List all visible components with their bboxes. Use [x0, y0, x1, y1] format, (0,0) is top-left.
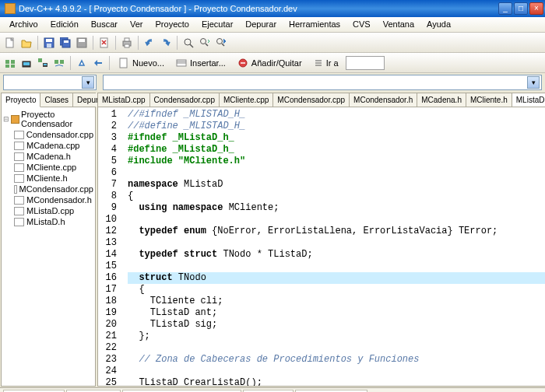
menu-edición[interactable]: Edición	[44, 17, 85, 32]
file-icon	[14, 185, 17, 194]
minimize-button[interactable]: _	[498, 2, 512, 15]
collapse-icon[interactable]: ⊟	[3, 115, 9, 123]
titlebar: Dev-C++ 4.9.9.2 - [ Proyecto Condensador…	[0, 0, 545, 17]
close-file-icon[interactable]	[97, 36, 111, 50]
tree-file[interactable]: MListaD.cpp	[14, 205, 93, 216]
project-root[interactable]: ⊟ Proyecto Condensador	[3, 109, 93, 129]
code-content[interactable]: //#ifndef _MLISTAD_H_//#define _MLISTAD_…	[125, 107, 545, 386]
svg-rect-11	[125, 38, 129, 41]
project-icon	[11, 115, 19, 124]
menu-ejecutar[interactable]: Ejecutar	[195, 17, 239, 32]
tree-file[interactable]: MCliente.cpp	[14, 162, 93, 173]
undo-icon[interactable]	[142, 36, 156, 50]
svg-line-16	[206, 44, 208, 46]
code-editor[interactable]: 1234567891012131415161718192021222324252…	[98, 107, 545, 386]
rebuild-icon[interactable]	[52, 56, 66, 70]
tree-file[interactable]: MCadena.cpp	[14, 140, 93, 151]
editor-tab[interactable]: MCliente.cpp	[220, 93, 273, 107]
add-remove-button[interactable]: Añadir/Quitar	[233, 55, 307, 71]
window-buttons: _ □ ×	[498, 2, 543, 15]
save-all-icon[interactable]	[58, 36, 72, 50]
menu-depurar[interactable]: Depurar	[239, 17, 283, 32]
find-next-icon[interactable]	[214, 36, 228, 50]
svg-rect-29	[60, 60, 64, 64]
tree-file[interactable]: MCliente.h	[14, 173, 93, 184]
menu-cvs[interactable]: CVS	[346, 17, 377, 32]
svg-rect-21	[5, 65, 9, 68]
svg-rect-2	[46, 39, 52, 42]
side-tab-proyecto[interactable]: Proyecto	[2, 93, 40, 107]
menu-herramientas[interactable]: Herramientas	[283, 17, 346, 32]
svg-rect-6	[64, 40, 69, 43]
toolbar-build: Nuevo... Insertar... Añadir/Quitar Ir a	[0, 53, 545, 73]
svg-point-17	[217, 38, 223, 44]
member-combo[interactable]: ▾	[103, 75, 542, 90]
menu-ventana[interactable]: Ventana	[377, 17, 420, 32]
file-icon	[14, 163, 24, 172]
add-remove-label: Añadir/Quitar	[251, 58, 302, 68]
find-icon[interactable]	[181, 36, 195, 50]
dropdown-icon[interactable]: ▾	[82, 76, 94, 89]
svg-rect-25	[38, 58, 42, 62]
compile-run-icon[interactable]	[36, 56, 50, 70]
project-tree: ⊟ Proyecto Condensador Condensador.cppMC…	[2, 107, 95, 386]
new-label: Nuevo...	[132, 58, 164, 68]
svg-rect-27	[44, 64, 47, 65]
tree-file[interactable]: MListaD.h	[14, 216, 93, 227]
side-tabs: ProyectoClasesDepurar	[2, 93, 95, 107]
bottom-panel: CompiladorRecursosResultado de la compil…	[0, 387, 545, 392]
save-icon[interactable]	[42, 36, 56, 50]
svg-rect-8	[79, 39, 85, 42]
goto-button[interactable]: Ir a	[309, 55, 343, 71]
goto-input[interactable]	[346, 56, 385, 70]
menu-ayuda[interactable]: Ayuda	[420, 17, 457, 32]
svg-rect-24	[23, 62, 30, 65]
tree-file-label: MListaD.cpp	[26, 206, 74, 215]
svg-rect-20	[11, 60, 15, 64]
compile-icon[interactable]	[3, 56, 17, 70]
toolbar-main	[0, 33, 545, 53]
editor-tab[interactable]: Condensador.cpp	[150, 93, 220, 107]
svg-rect-28	[54, 60, 58, 64]
bookmark-icon[interactable]	[91, 56, 105, 70]
editor-tab[interactable]: MCadena.h	[417, 93, 466, 107]
gutter: 1234567891012131415161718192021222324252…	[98, 107, 125, 386]
menu-archivo[interactable]: Archivo	[3, 17, 44, 32]
redo-icon[interactable]	[159, 36, 173, 50]
tree-file[interactable]: MCadena.h	[14, 151, 93, 162]
menu-buscar[interactable]: Buscar	[85, 17, 124, 32]
svg-rect-19	[5, 60, 9, 64]
close-button[interactable]: ×	[529, 2, 543, 15]
tree-file[interactable]: Condensador.cpp	[14, 129, 93, 140]
dropdown-icon[interactable]: ▾	[527, 76, 540, 89]
maximize-button[interactable]: □	[514, 2, 528, 15]
window-title: Dev-C++ 4.9.9.2 - [ Proyecto Condensador…	[19, 4, 498, 13]
editor-tab[interactable]: MCondensador.h	[350, 93, 417, 107]
editor-tab[interactable]: MListaD.h	[512, 93, 545, 107]
file-icon	[14, 152, 24, 161]
main-area: ProyectoClasesDepurar ⊟ Proyecto Condens…	[0, 92, 545, 387]
new-dropdown[interactable]: Nuevo...	[114, 55, 169, 71]
side-tab-clases[interactable]: Clases	[40, 93, 73, 107]
debug-icon[interactable]	[75, 56, 89, 70]
bottom-tabs: CompiladorRecursosResultado de la compil…	[0, 388, 545, 392]
print-icon[interactable]	[120, 36, 134, 50]
editor-tab[interactable]: MCondensador.cpp	[273, 93, 350, 107]
project-root-label: Proyecto Condensador	[21, 110, 93, 128]
menu-ver[interactable]: Ver	[124, 17, 149, 32]
save-as-icon[interactable]	[75, 36, 89, 50]
tree-file[interactable]: MCondensador.h	[14, 194, 93, 205]
tree-file-label: MCadena.cpp	[26, 141, 80, 150]
open-icon[interactable]	[19, 36, 33, 50]
editor-tab[interactable]: MListaD.cpp	[98, 93, 150, 107]
replace-icon[interactable]	[198, 36, 212, 50]
insert-button[interactable]: Insertar...	[171, 55, 230, 71]
new-file-icon[interactable]	[3, 36, 17, 50]
editor-area: MListaD.cppCondensador.cppMCliente.cppMC…	[97, 93, 545, 387]
tree-file[interactable]: MCondensador.cpp	[14, 184, 93, 194]
menu-proyecto[interactable]: Proyecto	[149, 17, 195, 32]
svg-point-13	[185, 39, 191, 45]
run-icon[interactable]	[19, 56, 33, 70]
class-combo[interactable]: ▾	[3, 75, 97, 90]
editor-tab[interactable]: MCliente.h	[466, 93, 512, 107]
